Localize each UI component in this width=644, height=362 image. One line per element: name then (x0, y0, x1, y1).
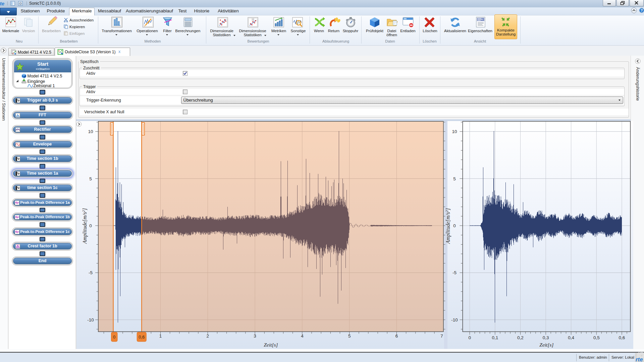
svg-text:2: 2 (207, 334, 209, 339)
svg-text:Zeit[s]: Zeit[s] (264, 342, 278, 348)
svg-text:rte: rte (0, 1, 4, 6)
svg-text:5: 5 (453, 176, 456, 181)
svg-text:5: 5 (348, 334, 351, 339)
svg-text:6: 6 (395, 334, 398, 339)
svg-text:10: 10 (452, 129, 457, 134)
svg-text:0,6: 0,6 (139, 335, 145, 340)
svg-text:0: 0 (469, 335, 471, 340)
svg-text:0,6: 0,6 (619, 335, 625, 340)
svg-text:Zeit[s]: Zeit[s] (539, 342, 553, 348)
svg-text:-10: -10 (451, 317, 458, 322)
svg-text:0: 0 (89, 223, 92, 228)
svg-text:[-]: [-] (252, 18, 254, 21)
svg-text:0,2: 0,2 (517, 335, 524, 340)
svg-text:Amplitude[m/s2]: Amplitude[m/s2] (445, 208, 451, 244)
svg-text:-5: -5 (89, 270, 93, 275)
svg-text:0,3: 0,3 (543, 335, 549, 340)
svg-text:-10: -10 (87, 317, 94, 322)
svg-text:0: 0 (453, 223, 456, 228)
svg-text:?: ? (641, 8, 643, 12)
svg-text:4: 4 (301, 334, 304, 339)
svg-text:0,1: 0,1 (492, 335, 498, 340)
svg-text:Amplitude[m/s2]: Amplitude[m/s2] (82, 208, 88, 244)
svg-text:3: 3 (254, 334, 256, 339)
svg-text:10: 10 (88, 129, 93, 134)
svg-text:0: 0 (113, 335, 115, 340)
svg-text:1: 1 (159, 334, 162, 339)
svg-text:5: 5 (89, 176, 92, 181)
svg-text:rte: rte (636, 356, 643, 362)
svg-text:7: 7 (440, 334, 443, 339)
svg-text:0,5: 0,5 (593, 335, 600, 340)
svg-text:-5: -5 (452, 270, 457, 275)
svg-text:0,4: 0,4 (568, 335, 574, 340)
